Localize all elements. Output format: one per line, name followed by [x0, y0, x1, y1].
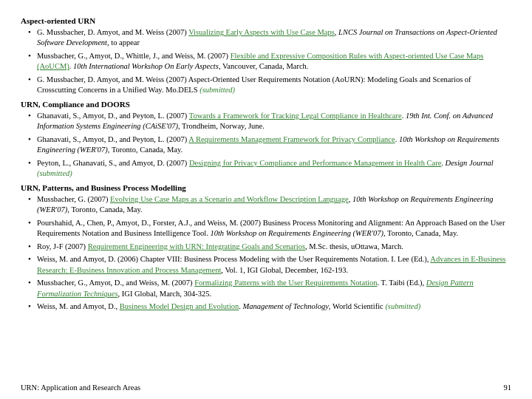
- bib-text: Weiss, M. and Amyot, D., Business Model …: [37, 301, 511, 312]
- bib-text: G. Mussbacher, D. Amyot, and M. Weiss (2…: [37, 75, 511, 96]
- list-item: • Mussbacher, G., Amyot, D., and Weiss, …: [21, 278, 511, 299]
- bullet: •: [28, 242, 37, 252]
- section-title-ubp: URN, Patterns, and Business Process Mode…: [21, 183, 511, 192]
- bib-text: Mussbacher, G. (2007) Evolving Use Case …: [37, 194, 511, 216]
- list-item: • Weiss, M. and Amyot, D. (2006) Chapter…: [21, 254, 511, 276]
- section-title-ucd: URN, Compliance and DOORS: [21, 100, 511, 109]
- footer-left: URN: Application and Research Areas: [21, 383, 140, 392]
- bib-text: Ghanavati, S., Amyot, D., and Peyton, L.…: [37, 111, 511, 132]
- bib-text: Mussbacher, G., Amyot, D., Whittle, J., …: [37, 51, 511, 72]
- list-item: • Peyton, L., Ghanavati, S., and Amyot, …: [21, 158, 511, 180]
- list-item: • Roy, J-F (2007) Requirement Engineerin…: [21, 242, 511, 252]
- list-item: • Pourshahid, A., Chen, P., Amyot, D., F…: [21, 218, 511, 239]
- link[interactable]: Advances in E-Business Research: E-Busin…: [37, 255, 505, 273]
- list-item: • G. Mussbacher, D. Amyot, and M. Weiss …: [21, 27, 511, 49]
- submitted-label: (submitted): [200, 86, 235, 94]
- submitted-label: (submitted): [385, 302, 420, 310]
- submitted-label: (submitted): [37, 169, 72, 177]
- link[interactable]: Requirement Engineering with URN: Integr…: [88, 242, 305, 250]
- link[interactable]: Evolving Use Case Maps as a Scenario and…: [110, 195, 349, 203]
- list-item: • Mussbacher, G., Amyot, D., Whittle, J.…: [21, 51, 511, 72]
- bib-text: Mussbacher, G., Amyot, D., and Weiss, M.…: [37, 278, 511, 299]
- bullet: •: [28, 194, 37, 216]
- link[interactable]: Towards a Framework for Tracking Legal C…: [189, 112, 402, 120]
- section-title-aou: Aspect-oriented URN: [21, 16, 511, 25]
- bib-text: Peyton, L., Ghanavati, S., and Amyot, D.…: [37, 158, 511, 180]
- bullet: •: [28, 218, 37, 239]
- link[interactable]: Formalizing Patterns with the User Requi…: [194, 279, 377, 287]
- link[interactable]: Business Model Design and Evolution: [120, 302, 239, 310]
- bullet: •: [28, 75, 37, 96]
- footer-right: 91: [504, 383, 512, 392]
- bullet: •: [28, 51, 37, 72]
- footer: URN: Application and Research Areas 91: [0, 383, 532, 392]
- bullet: •: [28, 158, 37, 180]
- bib-text: Pourshahid, A., Chen, P., Amyot, D., For…: [37, 218, 511, 239]
- bib-text: G. Mussbacher, D. Amyot, and M. Weiss (2…: [37, 27, 511, 49]
- link[interactable]: Visualizing Early Aspects with Use Case …: [188, 28, 335, 36]
- bullet: •: [28, 111, 37, 132]
- list-item: • Ghanavati, S., Amyot, D., and Peyton, …: [21, 134, 511, 156]
- list-item: • Mussbacher, G. (2007) Evolving Use Cas…: [21, 194, 511, 216]
- list-item: • Ghanavati, S., Amyot, D., and Peyton, …: [21, 111, 511, 132]
- bib-text: Weiss, M. and Amyot, D. (2006) Chapter V…: [37, 254, 511, 276]
- bullet: •: [28, 301, 37, 312]
- list-item: • Weiss, M. and Amyot, D., Business Mode…: [21, 301, 511, 312]
- bib-text: Ghanavati, S., Amyot, D., and Peyton, L.…: [37, 134, 511, 156]
- link[interactable]: A Requirements Management Framework for …: [188, 135, 395, 143]
- bib-text: Roy, J-F (2007) Requirement Engineering …: [37, 242, 511, 252]
- page: Aspect-oriented URN • G. Mussbacher, D. …: [0, 0, 532, 399]
- bullet: •: [28, 254, 37, 276]
- bullet: •: [28, 27, 37, 49]
- content: Aspect-oriented URN • G. Mussbacher, D. …: [21, 13, 511, 377]
- link[interactable]: Designing for Privacy Compliance and Per…: [189, 159, 441, 167]
- bullet: •: [28, 278, 37, 299]
- list-item: • G. Mussbacher, D. Amyot, and M. Weiss …: [21, 75, 511, 96]
- bullet: •: [28, 134, 37, 156]
